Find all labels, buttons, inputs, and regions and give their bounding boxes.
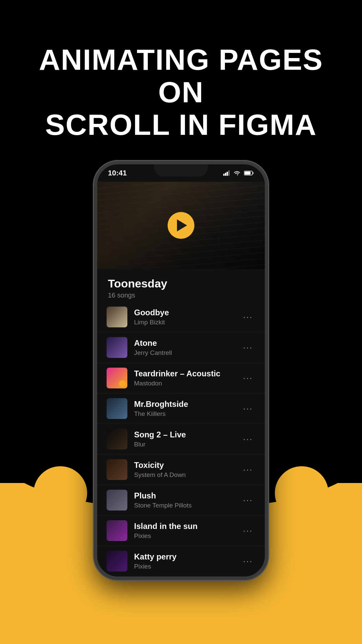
notch: [154, 164, 208, 176]
song-thumbnail-island: [107, 520, 127, 541]
song-list: Goodbye Limp Bizkit ··· Atone Jerry Cant…: [97, 302, 265, 577]
song-title-plush: Plush: [134, 491, 234, 500]
song-details-plush: Plush Stone Temple Pillots: [134, 491, 234, 509]
song-title-goodbye: Goodbye: [134, 308, 234, 317]
song-thumbnail-katty: [107, 551, 127, 572]
song-item-plush[interactable]: Plush Stone Temple Pillots ···: [97, 485, 265, 516]
song-menu-island[interactable]: ···: [240, 524, 255, 537]
song-artist-teardrinker: Mastodon: [134, 380, 234, 387]
song-details-goodbye: Goodbye Limp Bizkit: [134, 308, 234, 326]
svg-rect-2: [227, 172, 228, 176]
phone-frame: 10:41: [94, 161, 268, 580]
song-artist-atone: Jerry Cantrell: [134, 349, 234, 357]
song-menu-toxicity[interactable]: ···: [240, 463, 255, 476]
svg-rect-5: [245, 172, 251, 175]
play-button[interactable]: [168, 212, 194, 239]
song-title-island: Island in the sun: [134, 522, 234, 531]
song-details-island: Island in the sun Pixies: [134, 522, 234, 540]
svg-rect-0: [223, 174, 225, 176]
song-title-mrbroghtside: Mr.Broghtside: [134, 399, 234, 409]
volume-down-button: [94, 248, 95, 272]
song-menu-katty[interactable]: ···: [240, 554, 255, 568]
song-title-atone: Atone: [134, 338, 234, 348]
song-item-teardrinker[interactable]: Teardrinker – Acoustic Mastodon ···: [97, 363, 265, 393]
song-title-song2: Song 2 – Live: [134, 430, 234, 439]
song-menu-plush[interactable]: ···: [240, 493, 255, 507]
song-menu-goodbye[interactable]: ···: [240, 310, 255, 324]
song-artist-goodbye: Limp Bizkit: [134, 319, 234, 326]
song-thumbnail-atone: [107, 337, 127, 358]
playlist-name: Toonesday: [108, 277, 254, 290]
play-icon: [177, 219, 187, 231]
song-details-atone: Atone Jerry Cantrell: [134, 338, 234, 357]
song-menu-teardrinker[interactable]: ···: [240, 371, 255, 385]
song-artist-toxicity: System of A Down: [134, 471, 234, 479]
song-details-teardrinker: Teardrinker – Acoustic Mastodon: [134, 369, 234, 387]
song-details-mrbroghtside: Mr.Broghtside The Kiillers: [134, 399, 234, 418]
song-item-katty[interactable]: Katty perry Pixies ···: [97, 546, 265, 577]
song-item-mrbroghtside[interactable]: Mr.Broghtside The Kiillers ···: [97, 393, 265, 424]
svg-rect-3: [228, 170, 230, 176]
song-item-song2[interactable]: Song 2 – Live Blur ···: [97, 424, 265, 454]
song-artist-katty: Pixies: [134, 563, 234, 570]
signal-icon: [223, 170, 230, 176]
page-title: ANIMATING PAGES ON SCROLL IN FIGMA: [0, 0, 362, 161]
phone-wrapper: 10:41: [0, 161, 362, 593]
playlist-info: Toonesday 16 songs: [97, 269, 265, 302]
song-details-katty: Katty perry Pixies: [134, 552, 234, 570]
battery-icon: [244, 170, 254, 176]
song-thumbnail-goodbye: [107, 307, 127, 327]
volume-up-button: [94, 218, 95, 241]
song-title-katty: Katty perry: [134, 552, 234, 561]
svg-rect-6: [253, 172, 254, 174]
status-time: 10:41: [108, 169, 127, 177]
song-thumbnail-mrbroghtside: [107, 398, 127, 419]
song-menu-song2[interactable]: ···: [240, 432, 255, 446]
song-details-song2: Song 2 – Live Blur: [134, 430, 234, 448]
song-thumbnail-toxicity: [107, 459, 127, 480]
song-thumbnail-song2: [107, 429, 127, 449]
song-title-toxicity: Toxicity: [134, 461, 234, 470]
song-artist-mrbroghtside: The Kiillers: [134, 410, 234, 418]
song-item-island[interactable]: Island in the sun Pixies ···: [97, 516, 265, 546]
song-details-toxicity: Toxicity System of A Down: [134, 461, 234, 479]
song-menu-atone[interactable]: ···: [240, 341, 255, 354]
status-bar: 10:41: [97, 164, 265, 182]
song-title-teardrinker: Teardrinker – Acoustic: [134, 369, 234, 378]
song-artist-song2: Blur: [134, 441, 234, 448]
song-artist-plush: Stone Temple Pillots: [134, 502, 234, 509]
song-item-goodbye[interactable]: Goodbye Limp Bizkit ···: [97, 302, 265, 332]
song-thumbnail-teardrinker: [107, 368, 127, 388]
song-item-toxicity[interactable]: Toxicity System of A Down ···: [97, 454, 265, 485]
page-background: ANIMATING PAGES ON SCROLL IN FIGMA 10:41: [0, 0, 362, 644]
svg-rect-1: [225, 173, 226, 176]
hero-image[interactable]: [97, 182, 265, 269]
song-item-atone[interactable]: Atone Jerry Cantrell ···: [97, 332, 265, 363]
status-icons: [223, 170, 254, 176]
song-artist-island: Pixies: [134, 532, 234, 540]
song-thumbnail-plush: [107, 490, 127, 511]
song-menu-mrbroghtside[interactable]: ···: [240, 402, 255, 415]
playlist-song-count: 16 songs: [108, 291, 254, 299]
power-button: [267, 235, 268, 272]
wifi-icon: [233, 170, 241, 176]
